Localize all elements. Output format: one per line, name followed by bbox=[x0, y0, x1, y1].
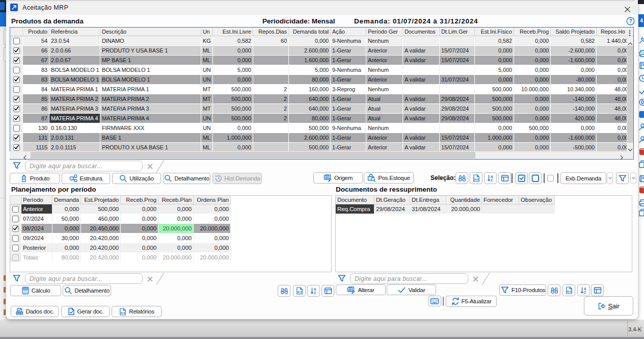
svg-text:XLS: XLS bbox=[121, 312, 126, 315]
svg-text:Z: Z bbox=[314, 291, 316, 295]
svg-text:XLS: XLS bbox=[297, 291, 302, 294]
svg-text:A: A bbox=[584, 287, 586, 291]
svg-text:XLS: XLS bbox=[567, 291, 572, 293]
svg-text:Z: Z bbox=[584, 291, 586, 294]
svg-text:?: ? bbox=[629, 18, 632, 24]
svg-text:Z: Z bbox=[491, 178, 493, 182]
svg-text:XLS: XLS bbox=[474, 178, 479, 181]
svg-text:A: A bbox=[491, 175, 493, 178]
svg-text:A: A bbox=[314, 288, 316, 291]
